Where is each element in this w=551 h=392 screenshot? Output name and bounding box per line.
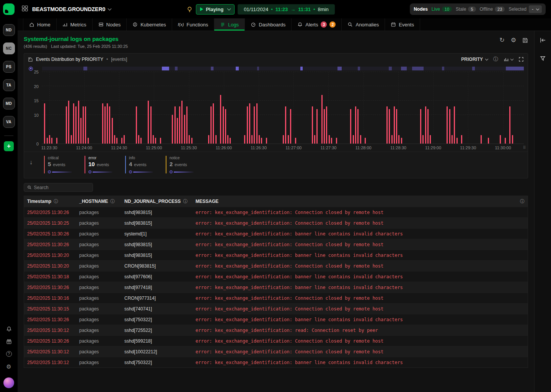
chart-info-icon[interactable]: ⓘ — [493, 56, 498, 63]
nodes-live[interactable]: Live10 — [432, 7, 452, 12]
tab-logs[interactable]: Logs — [214, 18, 245, 31]
table-row[interactable]: 25/02/2025 11:30:12packagessshd[750322]e… — [24, 357, 528, 368]
node-name[interactable]: BEASTMODE.GROUNDZER0 — [32, 6, 105, 12]
cell-hostname: packages — [79, 210, 124, 215]
cell-hostname: packages — [79, 296, 124, 301]
tab-metrics[interactable]: Metrics — [57, 18, 93, 31]
table-row[interactable]: 25/02/2025 11:30:15packagessshd[740741]e… — [24, 303, 528, 314]
spaces-grid-icon[interactable] — [21, 5, 28, 13]
user-avatar[interactable] — [3, 377, 14, 388]
notifications-bell-icon[interactable] — [6, 326, 12, 332]
collapse-panel-icon[interactable] — [540, 37, 546, 43]
table-row[interactable]: 25/02/2025 11:30:26packagessshd[983815]e… — [24, 239, 528, 250]
chart-type-selector[interactable] — [504, 57, 513, 62]
space-item-ps[interactable]: PS — [3, 61, 15, 73]
table-row[interactable]: 25/02/2025 11:30:26packagessshd[983815]e… — [24, 207, 528, 217]
tab-alerts[interactable]: Alerts32 — [292, 18, 342, 31]
space-item-nc[interactable]: NC — [3, 42, 15, 54]
table-row[interactable]: 25/02/2025 11:30:20packagessshd[983815]e… — [24, 250, 528, 260]
table-row[interactable]: 25/02/2025 11:30:12packagessshd[725522]e… — [24, 325, 528, 335]
y-tick-label: 25 — [34, 70, 39, 74]
save-icon[interactable] — [522, 38, 528, 43]
legend-scroll-icon[interactable]: ↓ — [29, 156, 33, 166]
space-item-md[interactable]: MD — [3, 98, 15, 109]
selected-label: Selected — [509, 7, 527, 12]
legend-item-notice[interactable]: notice2events — [166, 156, 196, 173]
tab-dashboards[interactable]: Dashboards — [245, 18, 292, 31]
chart-settings-gear-icon[interactable]: ⚙ — [511, 37, 516, 43]
priority-dropdown[interactable]: PRIORITY — [461, 57, 488, 62]
anomaly-rate-icon[interactable] — [29, 67, 33, 71]
netdata-logo[interactable] — [3, 3, 15, 15]
nodes-stale[interactable]: Stale5 — [456, 7, 476, 12]
table-row[interactable]: 25/02/2025 11:30:18packagessshd[977606]e… — [24, 271, 528, 282]
filter-funnel-icon[interactable] — [540, 56, 546, 61]
tabs-bar: HomeMetricsNodesKubernetesf(x)FunctionsL… — [18, 18, 551, 31]
nodes-offline[interactable]: Offline23 — [480, 7, 505, 12]
table-info-icon[interactable]: ⓘ — [515, 198, 525, 205]
cell-message: error: kex_exchange_identification: bann… — [196, 253, 515, 258]
tab-kubernetes[interactable]: Kubernetes — [127, 18, 172, 31]
node-name-chevron-icon[interactable] — [108, 7, 112, 10]
resize-handle-icon[interactable]: ⠿ — [523, 145, 526, 150]
table-header: Timestampⓘ_HOSTNAMEⓘND_JOURNAL_PROCESSⓘM… — [24, 196, 528, 207]
cell-message: error: kex_exchange_identification: Conn… — [196, 338, 515, 344]
events-icon — [391, 22, 396, 27]
tab-events[interactable]: Events — [385, 18, 420, 31]
search-input[interactable] — [34, 185, 90, 190]
play-state-button[interactable]: Playing — [196, 4, 235, 15]
column-header-timestamp[interactable]: Timestampⓘ — [27, 198, 79, 205]
table-row[interactable]: 25/02/2025 11:30:16packagesCRON[977314]e… — [24, 292, 528, 303]
legend-anomaly-line — [88, 170, 114, 173]
chart-plot[interactable] — [42, 72, 524, 144]
anomaly-strip — [42, 67, 524, 70]
play-state-chevron-icon[interactable] — [227, 7, 231, 10]
table-row[interactable]: 25/02/2025 11:30:26packagessshd[599218]e… — [24, 335, 528, 346]
tab-functions[interactable]: f(x)Functions — [172, 18, 214, 31]
table-row[interactable]: 25/02/2025 11:30:25packagessshd[983815]e… — [24, 217, 528, 228]
tab-label: Anomalies — [355, 22, 379, 28]
left-sidebar: NDNCPSTAMDVA + ? ⚙ — [0, 0, 18, 392]
legend-item-info[interactable]: info4events — [125, 156, 155, 173]
settings-gear-icon[interactable]: ⚙ — [6, 363, 12, 369]
selected-nodes-dropdown[interactable]: - — [529, 5, 542, 13]
table-row[interactable]: 25/02/2025 11:30:20packagesCRON[983815]e… — [24, 260, 528, 271]
column-header-hostname[interactable]: _HOSTNAMEⓘ — [79, 198, 124, 205]
y-tick-label: 10 — [34, 113, 39, 118]
column-info-icon[interactable]: ⓘ — [110, 198, 115, 205]
help-icon[interactable]: ? — [6, 351, 12, 357]
legend-item-error[interactable]: error10events — [85, 156, 114, 173]
column-info-icon[interactable]: ⓘ — [183, 198, 187, 205]
cell-timestamp: 25/02/2025 11:30:16 — [27, 296, 79, 301]
lightbulb-icon[interactable] — [186, 6, 193, 13]
x-tick-label: 11:27:30 — [320, 145, 336, 150]
table-row[interactable]: 25/02/2025 11:30:26packagessshd[977418]e… — [24, 282, 528, 292]
bar-chart-icon — [504, 57, 509, 62]
tab-anomalies[interactable]: Anomalies — [342, 18, 385, 31]
tab-home[interactable]: Home — [23, 18, 57, 31]
cell-hostname: packages — [79, 285, 124, 290]
fullscreen-icon[interactable] — [518, 57, 524, 62]
column-info-icon[interactable]: ⓘ — [54, 198, 58, 205]
column-header-message[interactable]: MESSAGE — [196, 199, 515, 204]
table-row[interactable]: 25/02/2025 11:30:26packagessystemd[1]err… — [24, 228, 528, 239]
table-row[interactable]: 25/02/2025 11:30:12packagessshd[10022212… — [24, 346, 528, 357]
column-header-nd_journal_process[interactable]: ND_JOURNAL_PROCESSⓘ — [124, 198, 196, 205]
time-range-picker[interactable]: 01/11/2024 • 11:23 → 11:31 • 8min — [238, 4, 335, 15]
legend-item-critical[interactable]: critical5events — [44, 156, 74, 173]
table-row[interactable]: 25/02/2025 11:30:26packagessshd[750322]e… — [24, 314, 528, 325]
space-item-nd[interactable]: ND — [3, 24, 15, 36]
cell-hostname: packages — [79, 306, 124, 312]
space-item-va[interactable]: VA — [3, 116, 15, 128]
results-count: (436 results) — [24, 44, 47, 49]
cell-hostname: packages — [79, 242, 124, 247]
news-icon[interactable] — [6, 338, 12, 345]
tab-nodes[interactable]: Nodes — [93, 18, 127, 31]
refresh-icon[interactable]: ↻ — [499, 37, 504, 43]
nodes-live-count: 10 — [442, 7, 452, 12]
space-item-ta[interactable]: TA — [3, 79, 15, 91]
cell-timestamp: 25/02/2025 11:30:26 — [27, 317, 79, 322]
add-space-button[interactable]: + — [4, 141, 14, 151]
legend-label: notice — [170, 156, 196, 160]
cell-message: error: kex_exchange_identification: bann… — [196, 231, 515, 237]
